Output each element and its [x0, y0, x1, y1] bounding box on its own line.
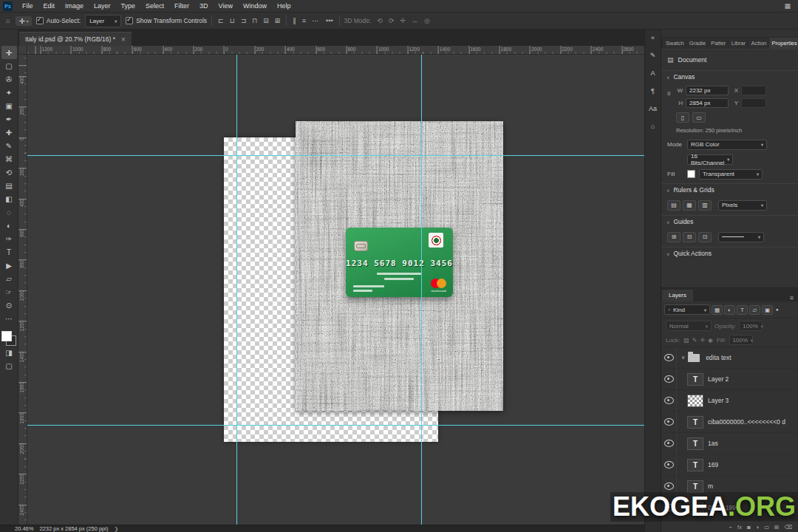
rulers-grids-icon-2[interactable]: ▥ — [698, 200, 712, 211]
move-tool[interactable]: ✛ — [1, 46, 17, 59]
menu-edit[interactable]: Edit — [38, 0, 61, 12]
menu-select[interactable]: Select — [140, 0, 169, 12]
tab-patter[interactable]: Patter — [708, 38, 727, 49]
3d-mode-icon-3[interactable]: ↔ — [410, 17, 420, 24]
layer-row[interactable]: T1as — [661, 433, 798, 454]
edit-toolbar[interactable]: ⋯ — [1, 312, 17, 325]
visibility-toggle[interactable] — [661, 369, 677, 389]
opacity-field[interactable]: 100% ▾ — [739, 321, 763, 331]
mode-dropdown[interactable]: RGB Color ▾ — [687, 140, 767, 150]
tab-properties[interactable]: Properties — [769, 38, 798, 49]
layer-row[interactable]: T169 — [661, 454, 798, 476]
tab-layers[interactable]: Layers — [662, 290, 693, 301]
filter-type-icon-1[interactable]: ◐ — [724, 305, 735, 315]
canvas-section-header[interactable]: ∨ Canvas — [661, 70, 798, 83]
character-panel-icon[interactable]: A — [647, 68, 660, 78]
screen-mode-button[interactable]: ▢ — [1, 359, 17, 372]
menu-file[interactable]: File — [17, 0, 38, 12]
lock-icon-1[interactable]: ✎ — [692, 337, 698, 344]
menu-view[interactable]: View — [214, 0, 238, 12]
menu-window[interactable]: Window — [238, 0, 272, 12]
tab-swatch[interactable]: Swatch — [663, 38, 686, 49]
layer-row[interactable]: TLayer 2 — [661, 369, 798, 390]
visibility-toggle[interactable] — [661, 454, 677, 475]
quick-mask-button[interactable]: ◨ — [1, 346, 17, 359]
visibility-toggle[interactable] — [661, 390, 677, 411]
auto-select-checkbox[interactable]: Auto-Select: — [36, 17, 81, 24]
history-brush-tool[interactable]: ⟲ — [1, 166, 17, 179]
libraries-panel-icon[interactable]: ⌂ — [647, 121, 660, 131]
zoom-tool[interactable]: ⊙ — [1, 299, 17, 312]
align-icon-4[interactable]: ⊟ — [262, 17, 270, 24]
blend-mode-dropdown[interactable]: Normal ▾ — [666, 321, 712, 331]
status-caret-icon[interactable]: ❯ — [114, 526, 118, 532]
path-selection-tool[interactable]: ▶ — [1, 259, 17, 272]
3d-mode-icon-2[interactable]: ✛ — [399, 17, 408, 24]
filter-type-icon-0[interactable]: ▦ — [712, 305, 723, 315]
eraser-tool[interactable]: ▤ — [1, 179, 17, 192]
canvas-viewport[interactable]: 1234 5678 9012 3456 mastercard — [27, 55, 644, 525]
3d-mode-icon-4[interactable]: ◎ — [423, 17, 432, 24]
guide-style-dropdown[interactable]: ▾ — [718, 232, 764, 242]
layer-row[interactable]: ∨edita text — [661, 347, 798, 369]
tab-action[interactable]: Action — [748, 38, 768, 49]
quick-selection-tool[interactable]: ✦ — [1, 86, 17, 99]
align-icon-2[interactable]: ⊐ — [239, 17, 248, 24]
marquee-tool[interactable]: ▢ — [1, 59, 17, 72]
filter-type-icon-4[interactable]: ▣ — [762, 305, 773, 315]
align-icon-0[interactable]: ⊏ — [216, 17, 225, 24]
distribute-icon-0[interactable]: ∥ — [291, 17, 298, 24]
link-dimensions-icon[interactable]: 8 — [667, 90, 670, 97]
guides-section-header[interactable]: ∨ Guides — [661, 215, 798, 228]
brushes-panel-icon[interactable]: ✎ — [647, 50, 660, 60]
crop-tool[interactable]: ▣ — [1, 99, 17, 112]
guide-vertical[interactable] — [421, 55, 422, 525]
filter-type-icon-3[interactable]: ▱ — [749, 305, 760, 315]
glyphs-panel-icon[interactable]: Aa — [647, 103, 660, 113]
visibility-toggle[interactable] — [661, 347, 677, 368]
layers-bottom-icon-1[interactable]: fx — [737, 524, 742, 531]
width-field[interactable]: 2232 px — [686, 86, 729, 95]
close-tab-icon[interactable]: × — [121, 35, 126, 44]
foreground-color-swatch[interactable] — [1, 331, 12, 341]
type-tool[interactable]: T — [1, 245, 17, 259]
3d-mode-icon-1[interactable]: ⟳ — [387, 17, 396, 24]
units-dropdown[interactable]: Pixels ▾ — [718, 200, 767, 211]
gradient-tool[interactable]: ◧ — [1, 192, 17, 205]
menu-type[interactable]: Type — [116, 0, 141, 12]
layer-row[interactable]: Tciba0000000..<<<<<<<<0 d — [661, 412, 798, 433]
height-field[interactable]: 2854 px — [686, 98, 729, 108]
filter-type-icon-2[interactable]: T — [737, 305, 748, 315]
menu-3d[interactable]: 3D — [194, 0, 214, 12]
layers-bottom-icon-6[interactable]: ⌫ — [784, 524, 792, 531]
clone-stamp-tool[interactable]: ⌘ — [1, 152, 17, 166]
eyedropper-tool[interactable]: ✒ — [1, 112, 17, 126]
layers-bottom-icon-3[interactable]: ◑ — [755, 524, 759, 531]
zoom-level[interactable]: 20.46% — [15, 525, 33, 532]
workspace-icon[interactable]: ▦ — [784, 2, 798, 10]
more-options-icon[interactable]: ••• — [324, 17, 334, 24]
guides-icon-0[interactable]: ⊞ — [667, 232, 681, 242]
checkbox-icon[interactable] — [126, 17, 133, 24]
document-tab[interactable]: Italy id.psd @ 20.7% (RGB/16) * × — [19, 32, 132, 46]
distribute-icon-1[interactable]: ≡ — [301, 17, 307, 24]
filter-kind-dropdown[interactable]: ⌕ Kind ▾ — [664, 304, 710, 315]
hand-tool[interactable]: ☞ — [1, 285, 17, 299]
align-icon-1[interactable]: ⊔ — [228, 17, 236, 24]
menu-filter[interactable]: Filter — [169, 0, 194, 12]
fill-dropdown[interactable]: Transparent ▾ — [699, 169, 763, 180]
show-transform-checkbox[interactable]: Show Transform Controls — [126, 17, 207, 24]
tab-gradie[interactable]: Gradie — [686, 38, 708, 49]
guide-vertical[interactable] — [236, 55, 237, 525]
align-icon-3[interactable]: ⊓ — [250, 17, 259, 24]
guide-horizontal[interactable] — [27, 425, 644, 426]
3d-mode-icon-0[interactable]: ⟲ — [375, 17, 384, 24]
lock-icon-3[interactable]: ◉ — [707, 337, 714, 344]
rulers-grids-icon-0[interactable]: ▤ — [667, 200, 681, 211]
filter-toggle-icon[interactable]: ● — [776, 307, 779, 312]
shape-tool[interactable]: ▱ — [1, 272, 17, 285]
auto-select-target-dropdown[interactable]: Layer ▾ — [85, 15, 121, 27]
lock-icon-2[interactable]: ✛ — [699, 337, 706, 344]
quick-actions-section-header[interactable]: ∨ Quick Actions — [661, 247, 798, 259]
collapse-panels-icon[interactable]: « — [647, 33, 660, 42]
